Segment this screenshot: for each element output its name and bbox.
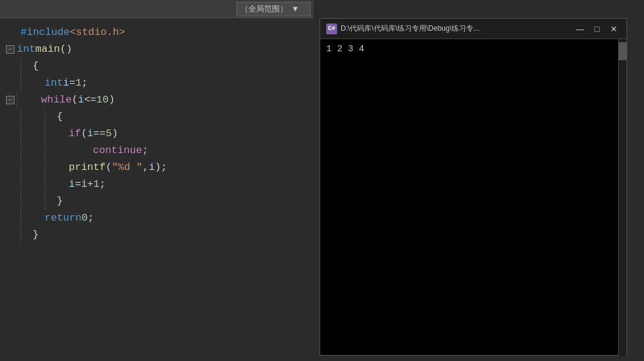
console-window: C# D:\代码库\代码库\练习专用\Debug\练习专... — □ ✕ 1 … <box>320 18 627 356</box>
token-punc: () <box>60 41 72 58</box>
editor-toolbar: （全局范围） ▼ <box>0 0 314 18</box>
indent-guide <box>21 108 33 125</box>
token-brace: } <box>33 227 39 243</box>
indent-guide <box>17 92 29 108</box>
console-icon-label: C# <box>328 25 335 32</box>
token-punc: ; <box>142 142 148 159</box>
token-punc: ( <box>72 92 78 108</box>
code-line-3: { <box>6 58 314 75</box>
token-continue: continue <box>93 142 142 159</box>
token-punc: ( <box>106 159 112 176</box>
indent-guide <box>21 58 33 75</box>
token-punc: ( <box>81 125 87 142</box>
token-fn: printf <box>69 159 106 176</box>
token-op: = <box>69 75 75 92</box>
token-op: <= <box>84 92 96 108</box>
token-kw: int <box>45 75 63 92</box>
token-var: i <box>149 159 155 176</box>
token-punc: ; <box>99 176 106 193</box>
code-line-13: } <box>6 227 314 243</box>
indent-guide <box>21 159 33 176</box>
token-fn: main <box>36 41 60 58</box>
token-if: if <box>69 125 81 142</box>
token-brace: } <box>57 193 63 210</box>
token-include-file: <stdio.h> <box>70 24 125 41</box>
token-num: 5 <box>106 125 112 142</box>
indent-guide <box>21 227 33 243</box>
token-punc: ) <box>112 125 118 142</box>
code-area: #include <stdio.h> − int main() { int i … <box>0 18 314 361</box>
indent-guide <box>21 75 33 92</box>
indent-guide <box>21 125 33 142</box>
indent-guide <box>21 210 33 227</box>
code-line-11: } <box>6 193 314 210</box>
token-return: return <box>45 210 81 227</box>
indent-guide <box>45 159 57 176</box>
token-var: i <box>69 176 75 193</box>
token-preprocessor: #include <box>21 24 70 41</box>
token-num: 1 <box>75 75 81 92</box>
token-var: i <box>63 75 69 92</box>
indent-guide <box>45 108 57 125</box>
code-line-7: if (i == 5) <box>6 125 314 142</box>
console-scrollbar-thumb[interactable] <box>619 42 627 60</box>
indent-guide <box>21 142 33 159</box>
scope-dropdown[interactable]: （全局范围） ▼ <box>236 2 311 16</box>
code-line-8: continue; <box>6 142 314 159</box>
console-app-icon: C# <box>326 24 337 34</box>
code-line-1: #include <stdio.h> <box>6 24 314 41</box>
console-restore-button[interactable]: □ <box>590 22 604 36</box>
editor-panel: （全局范围） ▼ #include <stdio.h> − int main()… <box>0 0 314 361</box>
token-punc: ; <box>81 75 87 92</box>
token-while: while <box>41 92 72 108</box>
token-brace: { <box>33 58 39 75</box>
token-var: i <box>81 176 87 193</box>
token-op: = <box>75 176 81 193</box>
token-str: "%d " <box>112 159 142 176</box>
indent-guide <box>45 125 57 142</box>
console-titlebar: C# D:\代码库\代码库\练习专用\Debug\练习专... — □ ✕ <box>320 19 627 39</box>
console-output: 1 2 3 4 <box>326 44 364 54</box>
console-close-button[interactable]: ✕ <box>607 22 620 36</box>
token-punc: ); <box>155 159 167 176</box>
code-line-6: { <box>6 108 314 125</box>
token-op: + <box>87 176 93 193</box>
indent-guide <box>21 193 33 210</box>
scope-dropdown-label: （全局范围） <box>241 4 288 14</box>
token-op: == <box>93 125 106 142</box>
token-var: i <box>78 92 84 108</box>
indent-guide <box>45 142 57 159</box>
token-punc: , <box>142 159 148 176</box>
console-scrollbar[interactable] <box>618 39 627 356</box>
token-brace: { <box>57 108 63 125</box>
indent-guide <box>45 193 57 210</box>
token-num: 0 <box>81 210 87 227</box>
console-content: 1 2 3 4 <box>320 39 627 355</box>
code-line-5: − while (i <= 10) <box>6 92 314 108</box>
collapse-button-while[interactable]: − <box>6 96 14 104</box>
token-num: 10 <box>96 92 109 108</box>
code-line-9: printf("%d ", i); <box>6 159 314 176</box>
dropdown-arrow-icon: ▼ <box>291 4 299 13</box>
token-kw: int <box>17 41 36 58</box>
code-line-10: i = i + 1; <box>6 176 314 193</box>
code-line-2: − int main() <box>6 41 314 58</box>
console-minimize-button[interactable]: — <box>573 22 587 36</box>
token-punc: ) <box>109 92 115 108</box>
collapse-button[interactable]: − <box>6 45 14 54</box>
code-line-12: return 0; <box>6 210 314 227</box>
token-var: i <box>87 125 93 142</box>
console-title: D:\代码库\代码库\练习专用\Debug\练习专... <box>341 24 570 34</box>
token-punc: ; <box>87 210 93 227</box>
code-line-4: int i = 1; <box>6 75 314 92</box>
indent-guide <box>21 176 33 193</box>
indent-guide <box>45 176 57 193</box>
token-num: 1 <box>93 176 99 193</box>
